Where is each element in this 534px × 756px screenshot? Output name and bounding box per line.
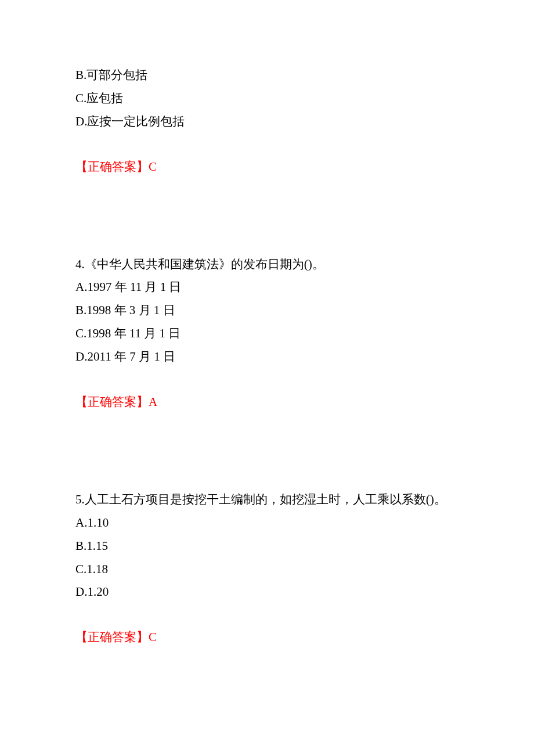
q4-option-d: D.2011 年 7 月 1 日 <box>75 345 459 369</box>
q4-question: 4.《中华人民共和国建筑法》的发布日期为()。 <box>75 253 459 276</box>
q5-option-a: A.1.10 <box>75 512 459 535</box>
q4-answer: 【正确答案】A <box>75 391 459 414</box>
q3-option-d: D.应按一定比例包括 <box>75 110 459 134</box>
question-4: 4.《中华人民共和国建筑法》的发布日期为()。 A.1997 年 11 月 1 … <box>75 253 459 414</box>
q4-option-c: C.1998 年 11 月 1 日 <box>75 322 459 345</box>
q3-answer: 【正确答案】C <box>75 156 459 179</box>
question-3-tail: B.可部分包括 C.应包括 D.应按一定比例包括 【正确答案】C <box>75 64 459 179</box>
q3-option-c: C.应包括 <box>75 87 459 110</box>
q5-option-b: B.1.15 <box>75 535 459 558</box>
q4-option-a: A.1997 年 11 月 1 日 <box>75 276 459 299</box>
q3-option-b: B.可部分包括 <box>75 64 459 87</box>
q4-option-b: B.1998 年 3 月 1 日 <box>75 299 459 322</box>
question-5: 5.人工土石方项目是按挖干土编制的，如挖湿土时，人工乘以系数()。 A.1.10… <box>75 488 459 649</box>
q5-option-c: C.1.18 <box>75 558 459 581</box>
q5-option-d: D.1.20 <box>75 581 459 604</box>
q5-answer: 【正确答案】C <box>75 626 459 649</box>
q5-question: 5.人工土石方项目是按挖干土编制的，如挖湿土时，人工乘以系数()。 <box>75 488 459 512</box>
